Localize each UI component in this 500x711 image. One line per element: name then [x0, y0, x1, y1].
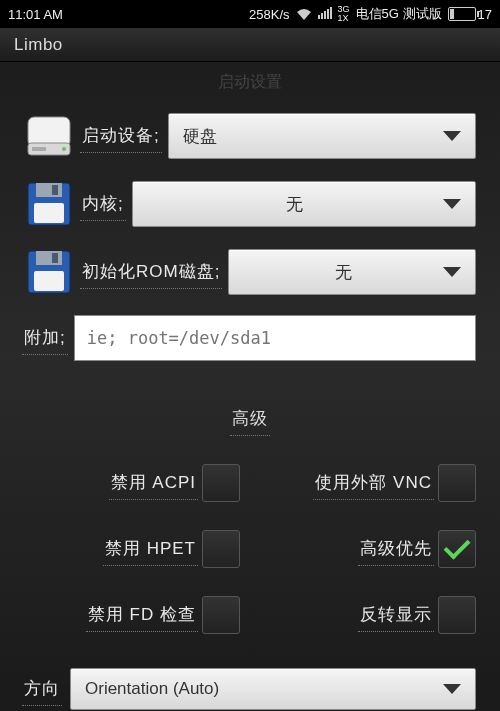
boot-device-dropdown[interactable]: 硬盘 [168, 113, 476, 159]
floppy-icon [24, 179, 74, 229]
svg-rect-12 [34, 203, 64, 223]
svg-rect-0 [318, 15, 320, 19]
hard-drive-icon [24, 111, 74, 161]
opt-disable-fd: 禁用 FD 检查 [24, 596, 240, 634]
opt-reverse-display: 反转显示 [260, 596, 476, 634]
checkbox-reverse-display[interactable] [438, 596, 476, 634]
status-speed: 258K/s [249, 7, 289, 22]
opt-disable-hpet: 禁用 HPET [24, 530, 240, 568]
svg-point-7 [62, 147, 66, 151]
svg-rect-2 [324, 11, 326, 19]
row-orientation: 方向 Orientation (Auto) [24, 662, 476, 710]
battery-icon: 17 [448, 7, 492, 22]
signal-bars-icon [318, 7, 332, 22]
append-label: 附加; [24, 326, 66, 351]
svg-rect-16 [34, 271, 64, 291]
chevron-down-icon [443, 131, 461, 141]
orientation-dropdown[interactable]: Orientation (Auto) [70, 668, 476, 710]
opt-external-vnc: 使用外部 VNC [260, 464, 476, 502]
floppy-icon [24, 247, 74, 297]
checkbox-high-priority[interactable] [438, 530, 476, 568]
checkbox-disable-fd[interactable] [202, 596, 240, 634]
orientation-label: 方向 [24, 677, 60, 702]
svg-rect-10 [36, 183, 62, 197]
section-boot-heading: 启动设置 [24, 72, 476, 93]
boot-device-label: 启动设备; [82, 124, 160, 149]
initrd-dropdown[interactable]: 无 [228, 249, 476, 295]
app-title: Limbo [14, 35, 63, 55]
svg-rect-15 [52, 253, 58, 263]
status-time: 11:01 AM [8, 7, 63, 22]
network-type: 3G 1X [338, 5, 350, 23]
svg-rect-14 [36, 251, 62, 265]
kernel-dropdown[interactable]: 无 [132, 181, 476, 227]
kernel-label: 内核; [82, 192, 124, 217]
initrd-label: 初始化ROM磁盘; [82, 260, 220, 285]
checkbox-external-vnc[interactable] [438, 464, 476, 502]
row-boot-device: 启动设备; 硬盘 [24, 111, 476, 161]
checkbox-disable-acpi[interactable] [202, 464, 240, 502]
svg-rect-11 [52, 185, 58, 195]
advanced-options-grid: 禁用 ACPI 使用外部 VNC 禁用 HPET 高级优先 禁用 FD 检查 反… [24, 464, 476, 634]
carrier-label: 电信5G 测试版 [356, 5, 442, 23]
opt-disable-acpi: 禁用 ACPI [24, 464, 240, 502]
row-initrd: 初始化ROM磁盘; 无 [24, 247, 476, 297]
app-bar: Limbo [0, 28, 500, 62]
svg-rect-8 [32, 147, 46, 151]
append-input[interactable] [74, 315, 476, 361]
opt-high-priority: 高级优先 [260, 530, 476, 568]
svg-rect-4 [330, 7, 332, 19]
checkbox-disable-hpet[interactable] [202, 530, 240, 568]
chevron-down-icon [443, 199, 461, 209]
advanced-heading: 高级 [232, 407, 268, 432]
wifi-icon [296, 8, 312, 20]
svg-rect-1 [321, 13, 323, 19]
status-bar: 11:01 AM 258K/s 3G 1X 电信5G 测试版 17 [0, 0, 500, 28]
row-kernel: 内核; 无 [24, 179, 476, 229]
svg-rect-3 [327, 9, 329, 19]
chevron-down-icon [443, 684, 461, 694]
chevron-down-icon [443, 267, 461, 277]
row-append: 附加; [24, 315, 476, 361]
